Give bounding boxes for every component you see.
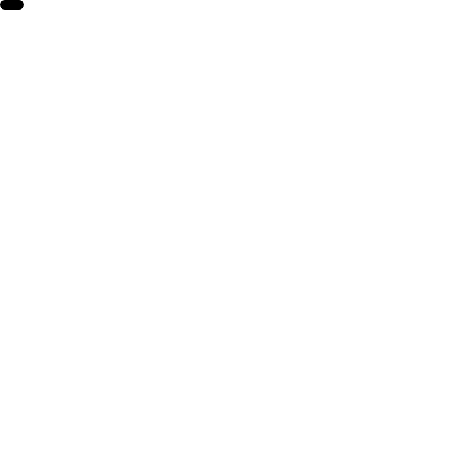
bottleneck-chart: [0, 0, 476, 476]
optimal-marker: [0, 0, 24, 10]
chart-frame: [0, 0, 476, 476]
